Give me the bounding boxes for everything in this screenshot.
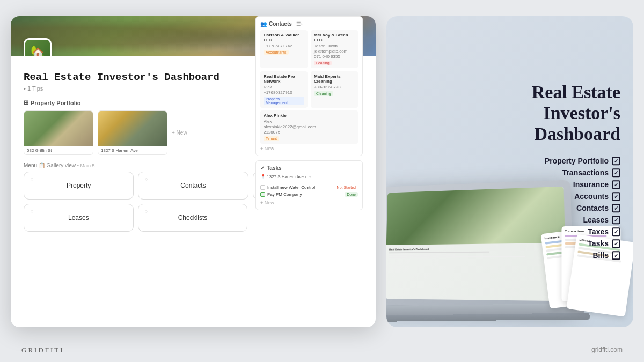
contact-2[interactable]: McEvoy & Green LLC Jason Dixon jd@templa… xyxy=(311,30,358,68)
footer-url: gridfiti.com xyxy=(591,346,623,354)
task-1-label: Install new Water Control xyxy=(267,185,315,190)
contact-2-email: jd@template.com xyxy=(314,49,355,54)
property-address-2: 1327 S Harlem Ave xyxy=(98,146,167,154)
side-panels: 👥 Contacts ☰+ Hartson & Walker LLC +1778… xyxy=(255,16,363,210)
property-address-1: 532 Griffin St xyxy=(24,146,93,154)
contact-3-phone: +17680327910 xyxy=(264,90,304,95)
contacts-more[interactable]: ☰+ xyxy=(296,21,303,27)
property-image-2 xyxy=(98,111,167,146)
location-icon: 📍 xyxy=(260,174,266,179)
feature-label-leases: Leases xyxy=(583,216,609,225)
contact-3[interactable]: Real Estate Pro Network Rick +1768032791… xyxy=(260,71,308,108)
property-image-1 xyxy=(24,111,93,146)
check-tasks: ✓ xyxy=(612,240,620,248)
database-icon: ⊞ xyxy=(24,99,28,106)
footer-brand: GRIDFITI xyxy=(21,346,64,354)
check-accounts: ✓ xyxy=(612,193,620,201)
contact-2-phone: 071 040 9355 xyxy=(314,54,355,59)
contacts-panel: 👥 Contacts ☰+ Hartson & Walker LLC +1778… xyxy=(255,16,363,156)
contact-2-person: Jason Dixon xyxy=(314,43,355,48)
feature-label-insurance: Insurance xyxy=(573,181,609,189)
contact-4-tag: Cleaning xyxy=(314,91,333,96)
check-transactions: ✓ xyxy=(612,169,620,178)
left-panel: 🏡 Real Estate Investor's Dashboard • 1 T… xyxy=(11,16,376,327)
notion-icon: 🏡 xyxy=(24,38,52,56)
add-property[interactable]: + New xyxy=(172,130,187,136)
task-2-checkbox[interactable] xyxy=(260,192,265,197)
contacts-panel-title: 👥 Contacts ☰+ xyxy=(260,21,358,27)
right-panel: Real Estate Investor's Dashboard Insuran… xyxy=(386,16,633,327)
feature-accounts: Accounts ✓ xyxy=(502,191,620,203)
contact-1-phone: +17786871742 xyxy=(264,43,304,48)
filter-label: • Main 5 ... xyxy=(77,163,100,168)
check-taxes: ✓ xyxy=(612,228,620,237)
tasks-panel: ✓ Tasks 📍 1327 S Harlem Ave • → Install … xyxy=(255,160,363,210)
menu-item-checklists[interactable]: Checklists xyxy=(138,204,248,232)
feature-label-tasks: Tasks xyxy=(588,240,609,248)
contact-4-phone: 780-327-8773 xyxy=(314,85,355,90)
marketing-text: Real EstateInvestor'sDashboard Property … xyxy=(502,82,620,261)
contacts-icon: 👥 xyxy=(260,21,267,27)
feature-label-accounts: Accounts xyxy=(574,193,609,201)
marketing-heading: Real EstateInvestor'sDashboard xyxy=(502,82,620,144)
contact-grid: Hartson & Walker LLC +17786871742 Accoun… xyxy=(260,30,358,108)
footer: GRIDFITI gridfiti.com xyxy=(0,346,644,354)
menu-item-property[interactable]: Property xyxy=(24,172,134,200)
contact-4[interactable]: Maid Experts Cleaning 780-327-8773 Clean… xyxy=(311,71,358,108)
check-insurance: ✓ xyxy=(612,181,620,189)
tasks-add[interactable]: + New xyxy=(260,200,358,205)
screen-line-1 xyxy=(389,252,489,254)
check-leases: ✓ xyxy=(612,216,620,225)
feature-list: Property Portfolio ✓ Transactions ✓ Insu… xyxy=(502,156,620,262)
task-1[interactable]: Install new Water Control Not Started xyxy=(260,184,358,191)
contact-3-name: Real Estate Pro Network xyxy=(264,74,304,84)
task-1-checkbox[interactable] xyxy=(260,185,265,190)
feature-label-contacts: Contacts xyxy=(576,204,609,213)
menu-grid-bottom: Leases Checklists xyxy=(24,204,247,232)
screen-line-2 xyxy=(389,254,455,256)
contact-5-person: Alex xyxy=(264,119,355,124)
task-2[interactable]: Pay PM Company Done xyxy=(260,191,358,198)
task-2-label: Pay PM Company xyxy=(267,192,302,197)
task-2-status: Done xyxy=(345,192,358,197)
check-bills: ✓ xyxy=(612,252,620,260)
property-card-2[interactable]: 1327 S Harlem Ave xyxy=(98,110,167,155)
feature-label-transactions: Transactions xyxy=(562,169,609,178)
task-property: 📍 1327 S Harlem Ave • → xyxy=(260,174,358,181)
contact-3-person: Rick xyxy=(264,85,304,90)
check-property-portfolio: ✓ xyxy=(612,157,620,166)
task-1-status: Not Started xyxy=(335,185,358,190)
feature-bills: Bills ✓ xyxy=(502,250,620,262)
contact-5[interactable]: Alex Pinkie Alex alexpinkie2022@gmail.co… xyxy=(260,110,358,144)
menu-item-contacts[interactable]: Contacts xyxy=(138,172,248,200)
main-container: 🏡 Real Estate Investor's Dashboard • 1 T… xyxy=(11,11,633,351)
contact-2-name: McEvoy & Green LLC xyxy=(314,33,355,42)
contact-5-phone: 2126075 xyxy=(264,130,355,135)
contact-1-tag: Accountants xyxy=(264,50,289,55)
contact-5-email: alexpinkie2022@gmail.com xyxy=(264,124,355,129)
contact-1[interactable]: Hartson & Walker LLC +17786871742 Accoun… xyxy=(260,30,308,68)
feature-label-bills: Bills xyxy=(592,252,609,260)
feature-transactions: Transactions ✓ xyxy=(502,167,620,179)
contact-1-name: Hartson & Walker LLC xyxy=(264,33,304,42)
feature-leases: Leases ✓ xyxy=(502,215,620,226)
feature-property-portfolio: Property Portfolio ✓ xyxy=(502,156,620,167)
contact-5-tag: Tenant xyxy=(264,136,279,141)
property-card-1[interactable]: 532 Griffin St xyxy=(24,110,93,155)
menu-item-leases[interactable]: Leases xyxy=(24,204,134,232)
feature-label-property-portfolio: Property Portfolio xyxy=(545,157,609,166)
contact-5-name: Alex Pinkie xyxy=(264,113,355,118)
tasks-panel-title: ✓ Tasks xyxy=(260,165,358,171)
contact-4-name: Maid Experts Cleaning xyxy=(314,74,355,84)
feature-label-taxes: Taxes xyxy=(588,228,609,237)
feature-taxes: Taxes ✓ xyxy=(502,226,620,238)
contact-2-tag: Leasing xyxy=(314,61,332,65)
tasks-icon: ✓ xyxy=(260,165,265,171)
feature-insurance: Insurance ✓ xyxy=(502,179,620,191)
contact-3-tag: Property Management xyxy=(264,97,304,105)
task-nav[interactable]: • → xyxy=(305,174,312,179)
feature-contacts: Contacts ✓ xyxy=(502,203,620,215)
feature-tasks: Tasks ✓ xyxy=(502,238,620,250)
contacts-add[interactable]: + New xyxy=(260,146,358,151)
check-contacts: ✓ xyxy=(612,204,620,213)
